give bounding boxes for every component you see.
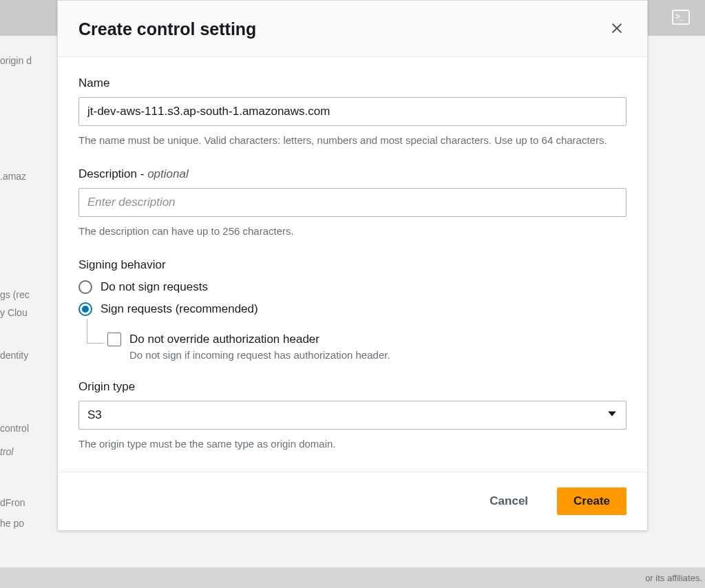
radio-label: Sign requests (recommended) xyxy=(101,302,258,316)
name-input[interactable] xyxy=(78,97,627,126)
tree-connector-icon xyxy=(87,319,103,344)
origin-type-field: Origin type S3 The origin type must be t… xyxy=(78,380,627,452)
origin-type-helper: The origin type must be the same type as… xyxy=(78,437,627,452)
checkbox-text-col: Do not override authorization header Do … xyxy=(129,333,390,361)
checkbox-label: Do not override authorization header xyxy=(129,333,390,346)
origin-type-select-wrap: S3 xyxy=(78,401,627,430)
close-icon xyxy=(610,27,624,37)
radio-sign-requests[interactable]: Sign requests (recommended) xyxy=(78,302,627,316)
name-field: Name The name must be unique. Valid char… xyxy=(78,76,627,148)
create-control-setting-modal: Create control setting Name The name mus… xyxy=(57,0,648,531)
optional-text: optional xyxy=(147,167,189,180)
radio-label: Do not sign requests xyxy=(101,280,208,294)
modal-header: Create control setting xyxy=(58,1,647,57)
name-helper: The name must be unique. Valid character… xyxy=(78,133,627,148)
signing-behavior-field: Signing behavior Do not sign requests Si… xyxy=(78,258,627,361)
description-field: Description - optional The description c… xyxy=(78,167,627,239)
description-label-text: Description - xyxy=(78,167,147,180)
radio-icon xyxy=(78,302,92,316)
checkbox-icon xyxy=(107,333,121,346)
close-button[interactable] xyxy=(607,19,627,40)
description-helper: The description can have up to 256 chara… xyxy=(78,224,627,239)
checkbox-override-auth[interactable]: Do not override authorization header Do … xyxy=(107,326,390,361)
description-label: Description - optional xyxy=(78,167,627,181)
checkbox-helper: Do not sign if incoming request has auth… xyxy=(129,349,390,361)
cancel-button[interactable]: Cancel xyxy=(473,487,545,515)
radio-icon xyxy=(78,280,92,294)
create-button[interactable]: Create xyxy=(557,487,627,515)
modal-title: Create control setting xyxy=(78,19,256,39)
modal-footer: Cancel Create xyxy=(58,472,647,530)
modal-scrim: Create control setting Name The name mus… xyxy=(0,0,705,588)
description-input[interactable] xyxy=(78,188,627,217)
radio-do-not-sign[interactable]: Do not sign requests xyxy=(78,280,627,294)
sub-option: Do not override authorization header Do … xyxy=(87,326,627,361)
signing-behavior-label: Signing behavior xyxy=(78,258,627,272)
name-label: Name xyxy=(78,76,627,90)
origin-type-select[interactable]: S3 xyxy=(78,401,627,430)
origin-type-label: Origin type xyxy=(78,380,627,394)
modal-body: Name The name must be unique. Valid char… xyxy=(58,57,647,472)
